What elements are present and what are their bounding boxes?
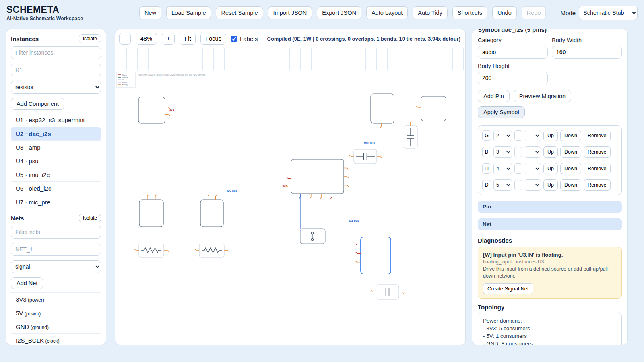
- instance-item[interactable]: U3 · amp: [11, 140, 101, 154]
- pin-marker: [356, 252, 357, 254]
- brand: SCHEMETA AI-Native Schematic Workspace: [6, 4, 139, 21]
- ic-symbol[interactable]: [200, 200, 223, 227]
- legend-entry-label: Signal: [122, 81, 127, 83]
- pin-side-select[interactable]: [525, 179, 541, 191]
- pin-name-input[interactable]: [482, 130, 491, 141]
- pin-remove-button[interactable]: Remove: [584, 179, 611, 191]
- header-button-export-json[interactable]: Export JSON: [317, 6, 361, 19]
- add-net-button[interactable]: Add Net: [11, 277, 43, 289]
- pin-name-input[interactable]: [482, 147, 491, 157]
- pin-up-button[interactable]: Up: [543, 163, 558, 174]
- pin-side-select[interactable]: [525, 146, 541, 158]
- pin-number-select[interactable]: 5: [493, 179, 512, 191]
- header-button-shortcuts[interactable]: Shortcuts: [452, 6, 487, 19]
- body-height-input[interactable]: [478, 72, 548, 84]
- header-button-new[interactable]: New: [139, 6, 161, 19]
- labels-checkbox[interactable]: [231, 36, 237, 42]
- pin-section-header[interactable]: Pin: [478, 201, 622, 213]
- pin-marker: [155, 195, 157, 196]
- net-type-select[interactable]: signal: [11, 260, 101, 273]
- header-button-reset-sample[interactable]: Reset Sample: [216, 6, 263, 19]
- ic-symbol[interactable]: [421, 96, 446, 121]
- pin-down-button[interactable]: Down: [560, 163, 581, 174]
- preview-migration-button[interactable]: Preview Migration: [514, 90, 571, 102]
- pin-down-button[interactable]: Down: [560, 179, 581, 191]
- instance-item[interactable]: U1 · esp32_s3_supermini: [11, 113, 101, 127]
- pin-extra-input[interactable]: [514, 147, 522, 157]
- instance-list: U1 · esp32_s3_superminiU2 · dac_i2sU3 · …: [11, 113, 101, 209]
- pin-number-select[interactable]: 2: [493, 130, 512, 141]
- left-sidebar[interactable]: Instances Isolate resistor Add Component…: [6, 29, 106, 345]
- instance-item[interactable]: U6 · oled_i2c: [11, 181, 101, 195]
- isolate-nets-button[interactable]: Isolate: [79, 214, 101, 222]
- instance-item[interactable]: U2 · dac_i2s: [11, 127, 101, 140]
- pin-up-button[interactable]: Up: [543, 130, 558, 141]
- mode-select[interactable]: Schematic Stub: [579, 6, 638, 20]
- pin-remove-button[interactable]: Remove: [584, 130, 611, 141]
- zoom-in-button[interactable]: +: [162, 33, 175, 45]
- pin-marker: [134, 249, 136, 251]
- pin-remove-button[interactable]: Remove: [584, 146, 611, 158]
- topology-line: - 5V: 1 consumers: [483, 332, 617, 340]
- instance-item[interactable]: U7 · mic_pre: [11, 195, 101, 209]
- filter-nets-input[interactable]: [11, 226, 101, 239]
- pin-down-button[interactable]: Down: [560, 130, 581, 141]
- ic-symbol[interactable]: [138, 97, 165, 123]
- header-button-auto-tidy[interactable]: Auto Tidy: [413, 6, 447, 19]
- labels-toggle[interactable]: Labels: [231, 35, 258, 42]
- pin-extra-input[interactable]: [514, 180, 522, 190]
- instance-item[interactable]: U4 · psu: [11, 154, 101, 168]
- schematic-canvas[interactable]: MIC busI2C busI2S bus3V33V3PowerGroundCl…: [116, 48, 465, 345]
- header-button-load-sample[interactable]: Load Sample: [166, 6, 211, 19]
- pin-side-select[interactable]: [525, 163, 541, 174]
- header-button-redo: Redo: [522, 6, 546, 19]
- zoom-level[interactable]: 48%: [136, 33, 157, 45]
- connector-symbol[interactable]: [300, 229, 325, 244]
- pin-name-input[interactable]: [482, 180, 491, 190]
- add-pin-button[interactable]: Add Pin: [478, 90, 510, 102]
- header-button-undo[interactable]: Undo: [492, 6, 517, 19]
- zoom-out-button[interactable]: -: [119, 33, 131, 45]
- topology-line: - 3V3: 5 consumers: [483, 325, 617, 332]
- net-section-header[interactable]: Net: [478, 218, 622, 230]
- net-label: I2S bus: [349, 219, 359, 222]
- pin-extra-input[interactable]: [514, 163, 522, 174]
- add-component-button[interactable]: Add Component: [11, 98, 64, 110]
- pin-side-select[interactable]: [525, 130, 541, 141]
- right-sidebar[interactable]: Symbol dac_i2s (5 pins) Category Body Wi…: [472, 29, 628, 345]
- header-button-auto-layout[interactable]: Auto Layout: [366, 6, 408, 19]
- pin-extra-input[interactable]: [514, 130, 522, 141]
- header-button-import-json[interactable]: Import JSON: [268, 6, 312, 19]
- ic-symbol[interactable]: [371, 94, 394, 123]
- pin-remove-button[interactable]: Remove: [584, 163, 611, 174]
- canvas-toolbar: - 48% + Fit Focus Labels Compiled (0E, 1…: [115, 29, 465, 48]
- net-item[interactable]: GND (ground): [11, 320, 101, 333]
- ic-symbol-selected[interactable]: [361, 237, 391, 274]
- new-net-name-input[interactable]: [11, 243, 101, 256]
- fit-button[interactable]: Fit: [180, 33, 196, 45]
- isolate-instances-button[interactable]: Isolate: [79, 34, 101, 43]
- body-width-input[interactable]: [552, 46, 622, 59]
- create-signal-net-button[interactable]: Create Signal Net: [483, 283, 533, 294]
- ic-symbol[interactable]: [291, 159, 344, 194]
- focus-button[interactable]: Focus: [200, 33, 226, 45]
- net-item[interactable]: 5V (power): [11, 306, 101, 320]
- pin-up-button[interactable]: Up: [543, 146, 558, 158]
- pin-marker: [227, 250, 229, 252]
- pin-up-button[interactable]: Up: [543, 179, 558, 191]
- instance-type-select[interactable]: resistor: [11, 81, 101, 94]
- category-input[interactable]: [478, 46, 548, 59]
- pin-number-select[interactable]: 3: [493, 146, 512, 158]
- pin-number-select[interactable]: 4: [493, 163, 512, 174]
- apply-symbol-button[interactable]: Apply Symbol: [478, 106, 525, 118]
- ic-symbol[interactable]: [139, 200, 163, 227]
- new-instance-name-input[interactable]: [11, 64, 101, 76]
- instance-item[interactable]: U5 · imu_i2c: [11, 168, 101, 181]
- pin-down-button[interactable]: Down: [560, 146, 581, 158]
- net-item[interactable]: I2S_BCLK (clock): [11, 333, 101, 345]
- legend-entry-label: Power: [122, 74, 127, 76]
- filter-instances-input[interactable]: [11, 46, 101, 59]
- net-item[interactable]: 3V3 (power): [11, 292, 101, 306]
- pin-name-input[interactable]: [482, 163, 491, 174]
- pin-marker: [331, 197, 332, 199]
